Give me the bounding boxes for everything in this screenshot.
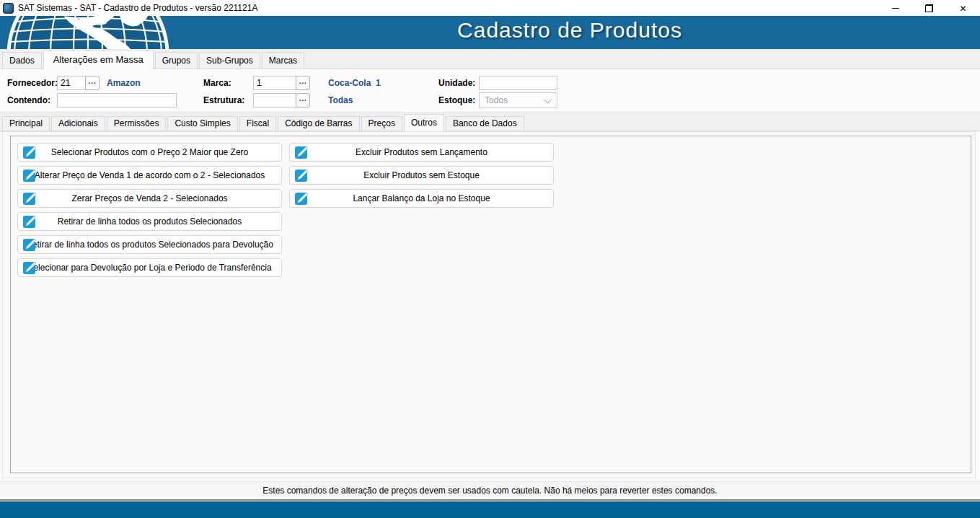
tab-outros[interactable]: Outros <box>404 114 444 131</box>
window-title: SAT Sistemas - SAT - Cadastro de Produto… <box>18 3 257 13</box>
restore-button[interactable] <box>912 0 946 16</box>
actions-groupbox: Selecionar Produtos com o Preço 2 Maior … <box>10 136 971 473</box>
app-header: Cadastro de Produtos <box>0 16 980 49</box>
close-button[interactable] <box>946 0 980 16</box>
fornecedor-input[interactable] <box>57 76 86 90</box>
estrutura-label: Estrutura: <box>203 93 244 107</box>
minimize-button[interactable] <box>878 0 912 16</box>
tab-codigo-de-barras[interactable]: Código de Barras <box>278 116 359 131</box>
edit-pencil-icon <box>23 192 38 206</box>
tab-precos[interactable]: Preços <box>361 116 402 131</box>
edit-pencil-icon <box>295 146 310 159</box>
marca-label: Marca: <box>203 76 231 90</box>
action-retirar-linha-selecionados-devolucao[interactable]: Retirar de linha todos os produtos Selec… <box>17 235 282 254</box>
marca-lookup-button[interactable]: ··· <box>296 76 310 90</box>
fornecedor-display: Amazon <box>107 76 141 90</box>
estoque-dropdown[interactable]: Todos <box>479 92 557 108</box>
action-excluir-produtos-sem-estoque[interactable]: Excluir Produtos sem Estoque <box>289 166 554 185</box>
contendo-label: Contendo: <box>7 93 50 107</box>
action-alterar-preco-venda1-acordo-2[interactable]: Alterar Preço de Venda 1 de acordo com o… <box>17 166 282 185</box>
unidade-label: Unidade: <box>438 76 475 90</box>
edit-pencil-icon <box>295 169 310 183</box>
estoque-label: Estoque: <box>438 93 475 107</box>
action-lancar-balanco-loja-estoque[interactable]: Lançar Balanço da Loja no Estoque <box>289 189 554 208</box>
marca-input[interactable] <box>253 76 296 90</box>
edit-pencil-icon <box>23 146 38 159</box>
tab-banco-de-dados[interactable]: Banco de Dados <box>446 116 524 131</box>
estrutura-lookup-button[interactable]: ··· <box>296 93 310 107</box>
tab-permissoes[interactable]: Permissões <box>107 116 167 131</box>
footer-bar <box>0 501 980 518</box>
tab-dados[interactable]: Dados <box>2 52 42 69</box>
fornecedor-lookup-button[interactable]: ··· <box>85 76 100 90</box>
action-retirar-linha-produtos-selecionados[interactable]: Retirar de linha todos os produtos Selec… <box>17 212 282 231</box>
unidade-input[interactable] <box>479 76 557 90</box>
page-title: Cadastro de Produtos <box>457 18 682 43</box>
edit-pencil-icon <box>23 238 38 252</box>
tab-content-outros: Selecionar Produtos com o Preço 2 Maior … <box>2 131 976 478</box>
estoque-value: Todos <box>485 95 508 105</box>
tab-marcas[interactable]: Marcas <box>262 52 304 69</box>
restore-icon <box>925 4 933 12</box>
filter-panel: Fornecedor: ··· Amazon Marca: ··· Coca-C… <box>0 69 980 113</box>
globe-logo <box>4 16 172 49</box>
action-excluir-produtos-sem-lancamento[interactable]: Excluir Produtos sem Lançamento <box>289 143 554 162</box>
edit-pencil-icon <box>23 169 38 183</box>
edit-pencil-icon <box>295 192 310 206</box>
action-zerar-precos-venda2[interactable]: Zerar Preços de Venda 2 - Selecionados <box>17 189 282 208</box>
window-controls <box>878 0 980 16</box>
edit-pencil-icon <box>23 261 38 275</box>
estrutura-input[interactable] <box>253 93 296 107</box>
tab-sub-grupos[interactable]: Sub-Grupos <box>199 52 260 69</box>
tab-adicionais[interactable]: Adicionais <box>51 116 105 131</box>
minimize-icon <box>892 8 899 9</box>
app-icon <box>3 3 14 14</box>
sub-tabbar: Principal Adicionais Permissões Custo Si… <box>0 113 980 131</box>
close-icon <box>959 1 966 14</box>
action-selecionar-devolucao-loja-periodo[interactable]: Selecionar para Devolução por Loja e Per… <box>17 258 282 277</box>
fornecedor-label: Fornecedor: <box>7 76 58 90</box>
titlebar: SAT Sistemas - SAT - Cadastro de Produto… <box>0 0 980 16</box>
statusbar: Estes comandos de alteração de preços de… <box>0 481 980 501</box>
status-message: Estes comandos de alteração de preços de… <box>262 486 717 496</box>
contendo-input[interactable] <box>57 93 177 107</box>
tab-fiscal[interactable]: Fiscal <box>239 116 276 131</box>
edit-pencil-icon <box>23 215 38 229</box>
tab-principal[interactable]: Principal <box>2 116 50 131</box>
main-tabbar: Dados Alterações em Massa Grupos Sub-Gru… <box>0 49 980 69</box>
tab-alteracoes-em-massa[interactable]: Alterações em Massa <box>43 50 154 69</box>
marca-display: Coca-Cola 1 <box>328 76 381 90</box>
action-selecionar-produtos-preco2-maior-zero[interactable]: Selecionar Produtos com o Preço 2 Maior … <box>17 143 282 162</box>
chevron-down-icon <box>544 97 552 104</box>
tab-custo-simples[interactable]: Custo Simples <box>167 116 237 131</box>
tab-grupos[interactable]: Grupos <box>155 52 198 69</box>
app-window: SAT Sistemas - SAT - Cadastro de Produto… <box>0 0 980 518</box>
estrutura-display: Todas <box>328 93 353 107</box>
